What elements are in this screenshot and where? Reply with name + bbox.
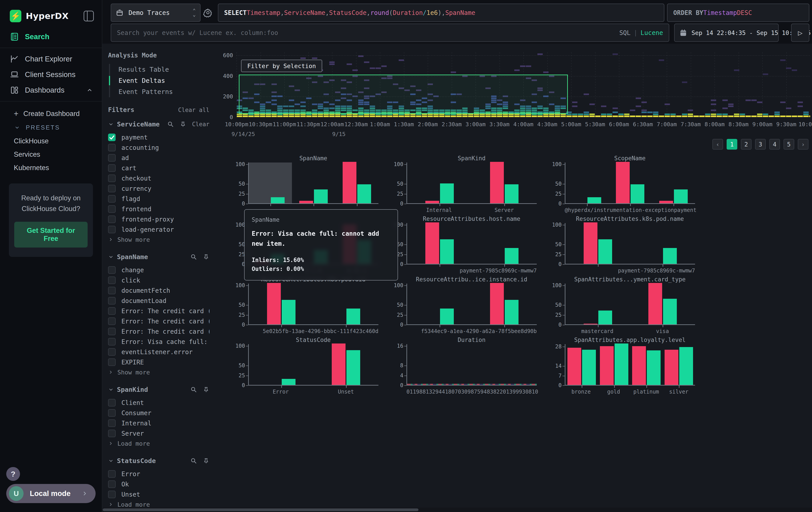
filter-checkbox-item[interactable]: Client [108,398,209,408]
sidebar-collapse-icon[interactable] [84,11,94,21]
chevron-down-icon[interactable] [108,458,114,464]
filter-checkbox-item[interactable]: Error: The credit card (… [108,306,209,316]
sidebar-item-clickhouse[interactable]: ClickHouse [0,134,102,148]
inlier-bar[interactable] [440,308,454,324]
filter-group-name[interactable]: StatusCode [117,457,184,465]
pagination-page-1[interactable]: 1 [727,139,737,150]
outlier-bar[interactable] [332,344,346,385]
checkbox[interactable] [108,287,116,294]
filter-checkbox-item[interactable]: Server [108,428,209,438]
bar-group[interactable] [292,162,335,203]
checkbox[interactable] [108,185,116,192]
gear-icon[interactable] [203,8,212,17]
outlier-bar[interactable] [648,283,662,324]
checkbox[interactable] [108,470,116,478]
filter-checkbox-item[interactable]: load-generator [108,224,209,235]
checkbox[interactable] [108,226,116,233]
outlier-bar[interactable] [425,201,439,203]
select-columns-input[interactable]: SELECT Timestamp, ServiceName, StatusCod… [218,4,664,22]
pin-icon[interactable] [203,457,209,464]
chevron-up-icon[interactable] [86,87,93,93]
outlier-bar[interactable] [490,283,504,324]
show-more-button[interactable]: Show more [108,235,209,244]
chevron-down-icon[interactable] [108,121,114,127]
bar-group[interactable] [249,162,292,203]
checkbox[interactable] [108,266,116,274]
outlier-bar[interactable] [659,201,673,203]
filter-checkbox-item[interactable]: documentLoad [108,296,209,306]
checkbox[interactable] [108,215,116,223]
filter-checkbox-item[interactable]: Error: The credit card (… [108,316,209,326]
bar-group-mastercard[interactable] [566,284,630,324]
filter-checkbox-item[interactable]: change [108,265,209,275]
heatmap-selection-box[interactable] [239,75,568,114]
bar-group[interactable] [407,284,472,324]
checkbox[interactable] [108,164,116,172]
sidebar-item-client-sessions[interactable]: Client Sessions [0,67,102,82]
analysis-mode-option[interactable]: Results Table [110,64,209,75]
sidebar-item-chart-explorer[interactable]: Chart Explorer [0,51,102,67]
filter-checkbox-item[interactable]: cart [108,163,209,173]
bar-group-visa[interactable] [630,284,695,324]
bar-group--hyperdx-instrumentation-exception[interactable] [566,162,609,203]
inlier-bar[interactable] [614,344,628,385]
user-menu[interactable]: U Local mode [6,484,96,503]
filter-checkbox-item[interactable]: accounting [108,142,209,153]
filter-checkbox-item[interactable]: ad [108,153,209,163]
bar-group[interactable] [609,162,652,203]
inlier-bar[interactable] [663,248,677,264]
bar-group-gold[interactable] [598,344,630,385]
checkbox[interactable] [108,328,116,335]
bar-group-f5344ec9-a1ea-4290-a62a-78f5bee8d90b[interactable] [472,284,537,324]
filter-checkbox-item[interactable]: payment [108,132,209,142]
outlier-bar[interactable] [665,350,678,385]
filter-checkbox-item[interactable]: frontend [108,204,209,214]
filter-checkbox-item[interactable]: Error [108,469,209,479]
pagination-page-3[interactable]: 3 [755,139,766,150]
checkbox[interactable] [108,409,116,417]
get-started-button[interactable]: Get Started for Free [14,222,88,247]
checkbox[interactable] [108,134,116,141]
filter-group-name[interactable]: ServiceName [117,120,162,128]
outlier-bar[interactable] [600,346,614,385]
analysis-mode-option[interactable]: Event Patterns [110,86,209,97]
presets-toggle[interactable]: PRESETS [0,120,102,134]
filter-group-name[interactable]: SpanName [117,253,184,261]
clear-all-button[interactable]: Clear all [178,107,209,113]
checkbox[interactable] [108,297,116,304]
source-select[interactable]: Demo Traces ⌃⌄ [111,4,201,22]
inlier-bar[interactable] [679,347,693,385]
checkbox[interactable] [108,430,116,437]
run-query-button[interactable]: ▷ [791,24,809,42]
filter-checkbox-item[interactable]: frontend-proxy [108,214,209,224]
checkbox[interactable] [108,195,116,203]
inlier-bar[interactable] [598,311,612,324]
bar-group-Internal[interactable] [407,162,472,203]
bar-group-Unset[interactable] [314,344,379,385]
inlier-bar[interactable] [357,184,371,203]
inlier-bar[interactable] [582,350,596,385]
outlier-bar[interactable] [267,283,281,324]
inlier-bar[interactable] [271,197,285,203]
bar-group-silver[interactable] [663,344,695,385]
pagination-page-5[interactable]: 5 [784,139,794,150]
filter-checkbox-item[interactable]: Error: Visa cache full: … [108,336,209,347]
pin-icon[interactable] [203,386,209,393]
inlier-bar[interactable] [282,300,295,324]
inlier-bar[interactable] [440,239,454,264]
outlier-bar[interactable] [616,162,630,203]
inlier-bar[interactable] [346,308,360,324]
checkbox[interactable] [108,154,116,162]
bar-group-payment[interactable] [652,162,695,203]
inlier-bar[interactable] [505,248,519,264]
search-icon[interactable] [190,386,197,393]
sidebar-item-kubernetes[interactable]: Kubernetes [0,161,102,174]
search-icon[interactable] [190,253,197,260]
outlier-bar[interactable] [584,324,598,324]
show-more-button[interactable]: Show more [108,367,209,377]
bar-group-payment-7985c8969c-mwmw7[interactable] [472,223,537,264]
bar-group-Server[interactable] [472,162,537,203]
filter-checkbox-item[interactable]: documentFetch [108,286,209,296]
inlier-bar[interactable] [663,299,677,324]
filter-checkbox-item[interactable]: Consumer [108,408,209,418]
